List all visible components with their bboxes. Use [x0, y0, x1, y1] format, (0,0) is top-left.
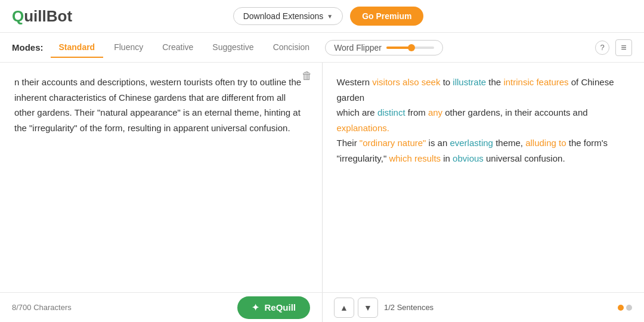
mode-creative[interactable]: Creative [154, 38, 202, 58]
sentence-count: 1/2 Sentences [384, 303, 434, 312]
left-footer: 8/700 Characters ✦ ReQuill [0, 296, 322, 319]
logo-rest: uillBot [24, 7, 72, 25]
input-text[interactable]: n their accounts and descriptions, weste… [14, 75, 308, 135]
header-center: Download Extensions ▼ Go Premium [233, 7, 424, 26]
go-premium-button[interactable]: Go Premium [350, 7, 423, 26]
chevron-down-icon: ▼ [327, 13, 333, 20]
mode-fluency[interactable]: Fluency [106, 38, 151, 58]
up-icon: ▲ [340, 303, 348, 312]
download-label: Download Extensions [243, 11, 324, 21]
output-span-6: intrinsic features [503, 77, 568, 87]
nav-up-button[interactable]: ▲ [334, 298, 354, 318]
output-span-14: Their [337, 138, 360, 148]
requill-label: ReQuill [264, 302, 296, 312]
dot-active [618, 305, 624, 311]
output-span-12: other gardens, in their accounts and [442, 107, 588, 117]
output-span-4: illustrate [453, 77, 486, 87]
requill-button[interactable]: ✦ ReQuill [237, 296, 310, 319]
output-span-3: to [440, 77, 453, 87]
help-icon[interactable]: ? [595, 41, 609, 55]
output-span-5: the [486, 77, 503, 87]
mode-standard[interactable]: Standard [51, 38, 104, 58]
mode-suggestive[interactable]: Suggestive [204, 38, 262, 58]
output-span-10: from [405, 107, 428, 117]
nav-down-button[interactable]: ▼ [358, 298, 378, 318]
word-flipper-label: Word Flipper [334, 43, 382, 52]
output-span-8: which are [337, 107, 377, 117]
header: QuillBot Download Extensions ▼ Go Premiu… [0, 0, 644, 33]
sentence-dots [618, 305, 632, 311]
main-content: 🗑 n their accounts and descriptions, wes… [0, 63, 644, 292]
output-span-9: distinct [377, 107, 405, 117]
premium-label: Go Premium [362, 11, 411, 21]
left-panel: 🗑 n their accounts and descriptions, wes… [0, 63, 323, 292]
output-span-19: alluding to [525, 138, 566, 148]
modes-label: Modes: [12, 42, 44, 52]
output-span-21: "irregularity," [337, 153, 389, 163]
char-count: 8/700 Characters [12, 303, 72, 312]
right-footer: ▲ ▼ 1/2 Sentences [322, 298, 644, 318]
mode-concision[interactable]: Concision [265, 38, 318, 58]
output-text: Western visitors also seek to illustrate… [337, 75, 630, 166]
modes-bar: Modes: Standard Fluency Creative Suggest… [0, 33, 644, 63]
output-span-24: obvious [453, 153, 484, 163]
download-extensions-button[interactable]: Download Extensions ▼ [233, 7, 343, 25]
output-span-16: is an [426, 138, 450, 148]
output-span-17: everlasting [450, 138, 493, 148]
output-span-25: universal confusion. [484, 153, 565, 163]
slider-fill [386, 47, 410, 49]
slider-thumb [408, 44, 415, 51]
output-span-1: Western [337, 77, 373, 87]
output-span-11: any [428, 107, 442, 117]
output-span-2: visitors also seek [372, 77, 440, 87]
settings-icon[interactable]: ≡ [615, 39, 632, 56]
output-span-18: theme, [493, 138, 525, 148]
logo-q: Q [12, 7, 24, 25]
delete-icon[interactable]: 🗑 [302, 70, 312, 82]
dot-inactive [626, 305, 632, 311]
output-span-20: the form's [566, 138, 608, 148]
word-flipper-slider[interactable] [386, 47, 434, 49]
output-span-23: in [441, 153, 453, 163]
right-panel: Western visitors also seek to illustrate… [323, 63, 645, 292]
down-icon: ▼ [364, 303, 372, 312]
logo: QuillBot [12, 7, 72, 26]
footer: 8/700 Characters ✦ ReQuill ▲ ▼ 1/2 Sente… [0, 292, 644, 322]
output-span-13: explanations. [337, 123, 389, 133]
output-span-22: which results [389, 153, 441, 163]
feather-icon: ✦ [252, 302, 259, 313]
output-span-15: "ordinary nature" [360, 138, 426, 148]
modes-right-icons: ? ≡ [595, 39, 632, 56]
word-flipper-control[interactable]: Word Flipper [325, 40, 443, 55]
